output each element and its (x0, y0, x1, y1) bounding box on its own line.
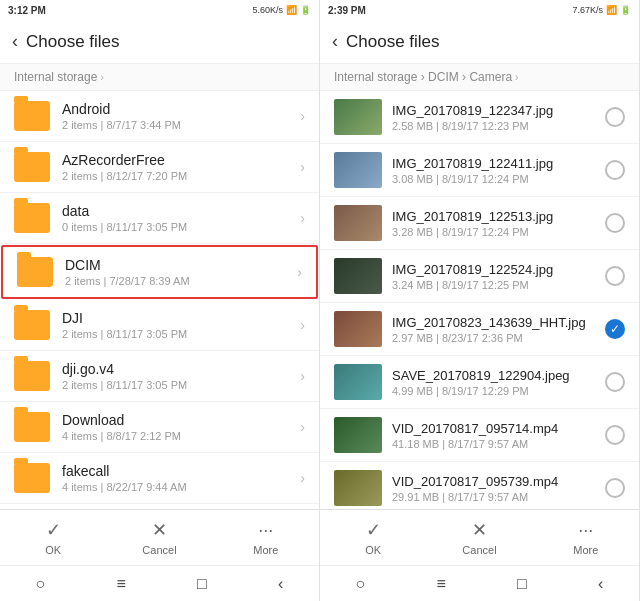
image-item[interactable]: IMG_20170819_122411.jpg 3.08 MB | 8/19/1… (320, 144, 639, 197)
right-nav-circle[interactable]: ○ (356, 575, 366, 593)
folder-meta: 0 items | 8/11/17 3:05 PM (62, 221, 300, 233)
right-status-bar: 2:39 PM 7.67K/s 📶 🔋 (320, 0, 639, 20)
wifi-icon: 📶 (286, 5, 297, 15)
left-more-button[interactable]: ··· More (236, 520, 296, 556)
image-item[interactable]: IMG_20170819_122347.jpg 2.58 MB | 8/19/1… (320, 91, 639, 144)
right-back-button[interactable]: ‹ (332, 31, 338, 52)
select-radio[interactable] (605, 372, 625, 392)
image-name: IMG_20170819_122524.jpg (392, 262, 605, 277)
chevron-right-icon: › (297, 264, 302, 280)
folder-name: data (62, 203, 300, 219)
chevron-right-icon: › (300, 419, 305, 435)
folder-item[interactable]: dji.go.v4 2 items | 8/11/17 3:05 PM › (0, 351, 319, 402)
folder-meta: 2 items | 7/28/17 8:39 AM (65, 275, 297, 287)
left-nav-square[interactable]: □ (197, 575, 207, 593)
left-sys-nav: ○ ≡ □ ‹ (0, 565, 319, 601)
select-radio[interactable] (605, 319, 625, 339)
folder-icon (14, 203, 50, 233)
right-nav-square[interactable]: □ (517, 575, 527, 593)
folder-item[interactable]: DCIM 2 items | 7/28/17 8:39 AM › (1, 245, 318, 299)
left-file-list: Android 2 items | 8/7/17 3:44 PM › AzRec… (0, 91, 319, 509)
right-bottom-bar: ✓ OK ✕ Cancel ··· More (320, 509, 639, 565)
image-info: IMG_20170819_122524.jpg 3.24 MB | 8/19/1… (392, 262, 605, 291)
folder-icon (17, 257, 53, 287)
select-radio[interactable] (605, 425, 625, 445)
right-nav-menu[interactable]: ≡ (437, 575, 446, 593)
left-nav-menu[interactable]: ≡ (117, 575, 126, 593)
left-nav-circle[interactable]: ○ (36, 575, 46, 593)
folder-name: fakecall (62, 463, 300, 479)
left-back-button[interactable]: ‹ (12, 31, 18, 52)
left-time: 3:12 PM (8, 5, 46, 16)
image-info: VID_20170817_095714.mp4 41.18 MB | 8/17/… (392, 421, 605, 450)
folder-item[interactable]: fakecall 4 items | 8/22/17 9:44 AM › (0, 453, 319, 504)
select-radio[interactable] (605, 160, 625, 180)
chevron-right-icon: › (300, 210, 305, 226)
cancel-x-icon: ✕ (152, 519, 167, 541)
folder-name: Android (62, 101, 300, 117)
folder-meta: 2 items | 8/11/17 3:05 PM (62, 328, 300, 340)
select-radio[interactable] (605, 107, 625, 127)
right-breadcrumb: Internal storage › DCIM › Camera › (320, 64, 639, 91)
left-cancel-button[interactable]: ✕ Cancel (129, 519, 189, 556)
folder-info: DJI 2 items | 8/11/17 3:05 PM (62, 310, 300, 340)
image-thumbnail (334, 152, 382, 188)
right-ok-button[interactable]: ✓ OK (343, 519, 403, 556)
image-item[interactable]: IMG_20170819_122513.jpg 3.28 MB | 8/19/1… (320, 197, 639, 250)
image-info: IMG_20170819_122347.jpg 2.58 MB | 8/19/1… (392, 103, 605, 132)
folder-item[interactable]: Download 4 items | 8/8/17 2:12 PM › (0, 402, 319, 453)
right-cancel-button[interactable]: ✕ Cancel (449, 519, 509, 556)
right-sys-nav: ○ ≡ □ ‹ (320, 565, 639, 601)
folder-info: fakecall 4 items | 8/22/17 9:44 AM (62, 463, 300, 493)
left-ok-label: OK (45, 544, 61, 556)
more-dots-icon: ··· (258, 520, 273, 541)
right-nav-back[interactable]: ‹ (598, 575, 603, 593)
left-header: ‹ Choose files (0, 20, 319, 64)
folder-icon (14, 310, 50, 340)
image-info: IMG_20170819_122411.jpg 3.08 MB | 8/19/1… (392, 156, 605, 185)
right-header: ‹ Choose files (320, 20, 639, 64)
select-radio[interactable] (605, 266, 625, 286)
image-name: VID_20170817_095714.mp4 (392, 421, 605, 436)
image-thumbnail (334, 99, 382, 135)
image-item[interactable]: IMG_20170823_143639_HHT.jpg 2.97 MB | 8/… (320, 303, 639, 356)
image-item[interactable]: IMG_20170819_122524.jpg 3.24 MB | 8/19/1… (320, 250, 639, 303)
folder-item[interactable]: Android 2 items | 8/7/17 3:44 PM › (0, 91, 319, 142)
right-cancel-label: Cancel (462, 544, 496, 556)
select-radio[interactable] (605, 213, 625, 233)
image-item[interactable]: VID_20170817_095714.mp4 41.18 MB | 8/17/… (320, 409, 639, 462)
chevron-right-icon: › (300, 317, 305, 333)
right-more-button[interactable]: ··· More (556, 520, 616, 556)
folder-item[interactable]: data 0 items | 8/11/17 3:05 PM › (0, 193, 319, 244)
right-status-icons: 7.67K/s 📶 🔋 (572, 5, 631, 15)
image-item[interactable]: SAVE_20170819_122904.jpeg 4.99 MB | 8/19… (320, 356, 639, 409)
folder-info: DCIM 2 items | 7/28/17 8:39 AM (65, 257, 297, 287)
left-nav-back[interactable]: ‹ (278, 575, 283, 593)
image-meta: 41.18 MB | 8/17/17 9:57 AM (392, 438, 605, 450)
folder-info: Android 2 items | 8/7/17 3:44 PM (62, 101, 300, 131)
image-info: SAVE_20170819_122904.jpeg 4.99 MB | 8/19… (392, 368, 605, 397)
left-ok-button[interactable]: ✓ OK (23, 519, 83, 556)
right-breadcrumb-text: Internal storage › DCIM › Camera (334, 70, 512, 84)
right-wifi-icon: 📶 (606, 5, 617, 15)
left-status-icons: 5.60K/s 📶 🔋 (252, 5, 311, 15)
folder-info: AzRecorderFree 2 items | 8/12/17 7:20 PM (62, 152, 300, 182)
image-thumbnail (334, 364, 382, 400)
folder-item[interactable]: DJI 2 items | 8/11/17 3:05 PM › (0, 300, 319, 351)
left-status-bar: 3:12 PM 5.60K/s 📶 🔋 (0, 0, 319, 20)
image-thumbnail (334, 205, 382, 241)
right-panel: 2:39 PM 7.67K/s 📶 🔋 ‹ Choose files Inter… (320, 0, 640, 601)
left-breadcrumb-text: Internal storage (14, 70, 97, 84)
select-radio[interactable] (605, 478, 625, 498)
right-file-list: IMG_20170819_122347.jpg 2.58 MB | 8/19/1… (320, 91, 639, 509)
folder-meta: 2 items | 8/12/17 7:20 PM (62, 170, 300, 182)
folder-item[interactable]: AzRecorderFree 2 items | 8/12/17 7:20 PM… (0, 142, 319, 193)
folder-icon (14, 412, 50, 442)
folder-item[interactable]: Holo › (0, 504, 319, 509)
image-item[interactable]: VID_20170817_095739.mp4 29.91 MB | 8/17/… (320, 462, 639, 509)
left-breadcrumb: Internal storage › (0, 64, 319, 91)
folder-name: AzRecorderFree (62, 152, 300, 168)
folder-name: DJI (62, 310, 300, 326)
left-more-label: More (253, 544, 278, 556)
image-meta: 2.97 MB | 8/23/17 2:36 PM (392, 332, 605, 344)
